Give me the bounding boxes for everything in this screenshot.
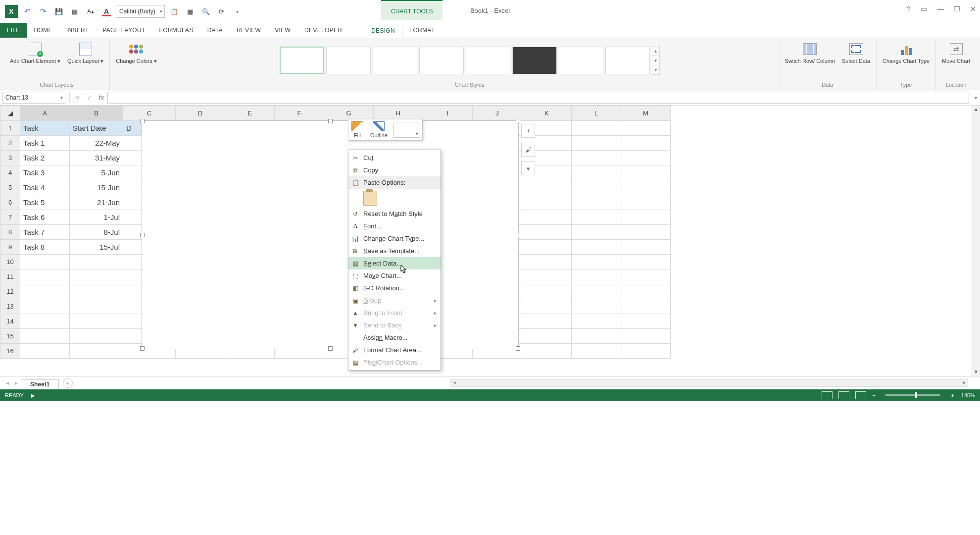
select-all-cell[interactable]: ◢ bbox=[0, 106, 20, 121]
chart-styles-brush-icon[interactable]: 🖌 bbox=[521, 143, 535, 157]
cell[interactable]: 15-Jun bbox=[70, 180, 123, 195]
scroll-up-icon[interactable]: ▲ bbox=[972, 106, 980, 113]
ctx-reset-to-match-style[interactable]: ↺Reset to Match Style bbox=[348, 208, 441, 220]
chart-elements-plus-icon[interactable]: ＋ bbox=[521, 124, 535, 138]
row-header[interactable]: 7 bbox=[0, 210, 20, 225]
insert-function-icon[interactable]: fx bbox=[96, 94, 107, 102]
col-header-K[interactable]: K bbox=[522, 106, 572, 121]
tab-data[interactable]: DATA bbox=[200, 23, 230, 38]
col-header-H[interactable]: H bbox=[374, 106, 423, 121]
embedded-chart[interactable]: ＋ 🖌 ▾ Fill Outline ✂Cut ⧉Copy 📋Paste Opt… bbox=[142, 120, 519, 349]
ctx-format-chart-area[interactable]: 🖌Format Chart Area... bbox=[348, 344, 441, 356]
row-header[interactable]: 2 bbox=[0, 136, 20, 151]
ctx-cut[interactable]: ✂Cut bbox=[348, 152, 441, 164]
view-page-break-icon[interactable] bbox=[855, 391, 866, 399]
row-header[interactable]: 8 bbox=[0, 225, 20, 240]
close-icon[interactable]: ✕ bbox=[970, 5, 976, 13]
sheet-tab-sheet1[interactable]: Sheet1 bbox=[21, 379, 59, 389]
restore-icon[interactable]: ❐ bbox=[954, 5, 960, 13]
scroll-down-icon[interactable]: ▼ bbox=[972, 368, 980, 376]
row-header[interactable]: 14 bbox=[0, 314, 20, 329]
ctx-save-as-template[interactable]: 🗎Save as Template... bbox=[348, 245, 441, 257]
ctx-change-chart-type[interactable]: 📊Change Chart Type... bbox=[348, 232, 441, 245]
tab-insert[interactable]: INSERT bbox=[59, 23, 96, 38]
tab-format[interactable]: FORMAT bbox=[402, 23, 442, 38]
cell[interactable]: 5-Jun bbox=[70, 165, 123, 180]
ctx-select-data[interactable]: ▦Select Data... bbox=[348, 257, 441, 269]
redo-button[interactable]: ↷ bbox=[37, 5, 49, 18]
enter-formula-icon[interactable]: ✓ bbox=[84, 94, 96, 102]
tab-page-layout[interactable]: PAGE LAYOUT bbox=[96, 23, 152, 38]
mini-shape-style[interactable] bbox=[393, 122, 420, 138]
cell[interactable]: 31-May bbox=[70, 151, 123, 165]
new-sheet-button[interactable]: ▦ bbox=[184, 5, 196, 18]
chart-style-6[interactable] bbox=[512, 47, 557, 74]
cell[interactable]: 21-Jun bbox=[70, 195, 123, 210]
chart-style-7[interactable] bbox=[559, 47, 603, 74]
minimize-icon[interactable]: — bbox=[937, 5, 944, 13]
mini-outline-button[interactable]: Outline bbox=[369, 121, 389, 138]
qat-customize-button[interactable]: ▾ bbox=[231, 5, 244, 18]
select-data-button[interactable]: Select Data bbox=[840, 40, 872, 65]
mini-fill-button[interactable]: Fill bbox=[350, 121, 364, 138]
cancel-formula-icon[interactable]: ✕ bbox=[72, 94, 84, 102]
col-header-F[interactable]: F bbox=[275, 106, 324, 121]
cell[interactable]: 15-Jul bbox=[70, 240, 123, 255]
vertical-scrollbar[interactable]: ▲ ▼ bbox=[972, 106, 980, 376]
help-icon[interactable]: ? bbox=[907, 5, 911, 13]
cell[interactable]: Task 3 bbox=[20, 165, 70, 180]
expand-formula-bar-icon[interactable]: ▾ bbox=[971, 95, 980, 101]
row-header[interactable]: 16 bbox=[0, 344, 20, 359]
font-size-increase-button[interactable]: A▴ bbox=[84, 5, 97, 18]
cell[interactable]: Task 7 bbox=[20, 225, 70, 240]
cell[interactable]: Task 2 bbox=[20, 151, 70, 165]
col-header-J[interactable]: J bbox=[473, 106, 522, 121]
print-preview-button[interactable]: ▤ bbox=[68, 5, 81, 18]
ctx-move-chart[interactable]: ⬚Move Chart... bbox=[348, 269, 441, 282]
excel-app-icon[interactable]: X bbox=[5, 5, 18, 18]
tab-view[interactable]: VIEW bbox=[268, 23, 297, 38]
chart-styles-gallery[interactable]: ▲▼▾ bbox=[280, 46, 660, 74]
sheet-nav-prev[interactable]: ◂ bbox=[3, 379, 12, 386]
tab-file[interactable]: FILE bbox=[0, 23, 27, 38]
row-header[interactable]: 11 bbox=[0, 269, 20, 284]
change-chart-type-button[interactable]: Change Chart Type bbox=[881, 40, 931, 65]
cell[interactable]: Task 8 bbox=[20, 240, 70, 255]
chart-style-3[interactable] bbox=[373, 47, 417, 74]
cell[interactable]: Task 6 bbox=[20, 210, 70, 225]
refresh-button[interactable]: ⟳ bbox=[215, 5, 228, 18]
row-header[interactable]: 15 bbox=[0, 329, 20, 344]
font-name-combo[interactable]: Calibri (Body) bbox=[116, 5, 165, 18]
save-button[interactable]: 💾 bbox=[52, 5, 65, 18]
tab-design[interactable]: DESIGN bbox=[364, 23, 402, 38]
undo-button[interactable]: ↶ bbox=[21, 5, 34, 18]
row-header[interactable]: 13 bbox=[0, 299, 20, 314]
scroll-right-icon[interactable]: ▸ bbox=[961, 379, 968, 385]
formula-input[interactable] bbox=[107, 92, 969, 104]
row-header[interactable]: 9 bbox=[0, 240, 20, 255]
add-chart-element-button[interactable]: Add Chart Element ▾ bbox=[8, 40, 62, 65]
worksheet-area[interactable]: ◢ A B C D E F G H I J K L M 1 Task Start… bbox=[0, 106, 980, 376]
col-header-M[interactable]: M bbox=[621, 106, 671, 121]
cell[interactable]: Task 4 bbox=[20, 180, 70, 195]
chart-style-5[interactable] bbox=[466, 47, 510, 74]
col-header-B[interactable]: B bbox=[70, 106, 123, 121]
font-color-button[interactable]: A bbox=[100, 5, 113, 18]
col-header-A[interactable]: A bbox=[20, 106, 70, 121]
move-chart-button[interactable]: ⇄ Move Chart bbox=[940, 40, 972, 65]
cell[interactable]: Task 1 bbox=[20, 136, 70, 151]
ctx-assign-macro[interactable]: Assign Macro... bbox=[348, 331, 441, 344]
change-colors-button[interactable]: Change Colors ▾ bbox=[114, 40, 158, 65]
zoom-in-icon[interactable]: ＋ bbox=[950, 392, 955, 399]
ctx-copy[interactable]: ⧉Copy bbox=[348, 164, 441, 176]
view-normal-icon[interactable] bbox=[822, 391, 833, 399]
quick-layout-button[interactable]: Quick Layout ▾ bbox=[65, 40, 105, 65]
cell[interactable]: Task 5 bbox=[20, 195, 70, 210]
col-header-E[interactable]: E bbox=[225, 106, 275, 121]
cell[interactable]: 8-Jul bbox=[70, 225, 123, 240]
cell[interactable]: 1-Jul bbox=[70, 210, 123, 225]
paste-button[interactable]: 📋 bbox=[168, 5, 181, 18]
chart-style-1[interactable] bbox=[280, 47, 324, 74]
sheet-nav-next[interactable]: ▸ bbox=[12, 379, 21, 386]
chart-style-8[interactable] bbox=[605, 47, 650, 74]
